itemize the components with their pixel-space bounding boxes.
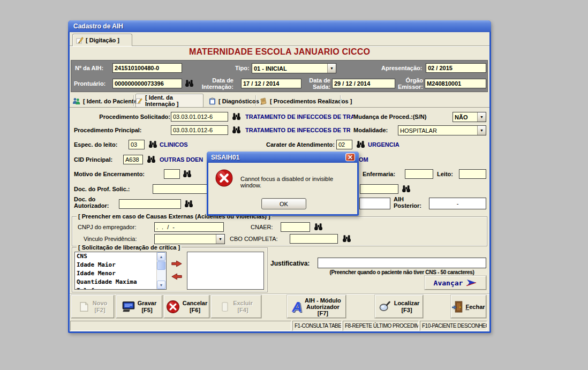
cancelar-button[interactable]: Cancelar[F6]: [164, 295, 209, 318]
tab-strip-line: [70, 46, 489, 46]
scroll-up-icon[interactable]: ▲: [157, 252, 165, 261]
mudanca-proced-label: Mudança de Proced.:(S/N): [353, 114, 426, 120]
dialog-titlebar[interactable]: SISAIH01 ✕: [207, 152, 359, 163]
aih-number-label: Nº da AIH:: [75, 65, 103, 71]
tipo-combo[interactable]: 01 - INICIAL ▼: [252, 63, 336, 73]
subtab-ident-internacao-label: [ Ident. da Internação ]: [145, 94, 203, 107]
mudanca-proced-combo[interactable]: NÃO ▼: [453, 112, 486, 122]
doc-prof-right-field[interactable]: [360, 184, 398, 194]
close-icon[interactable]: ✕: [345, 153, 355, 161]
tab-digitacao[interactable]: [ Digitação ]: [72, 34, 132, 46]
apresentacao-field[interactable]: 02 / 2015: [426, 63, 486, 73]
window-titlebar[interactable]: Cadastro de AIH: [68, 20, 491, 32]
users-icon: [72, 97, 80, 105]
list-item[interactable]: CNS: [75, 252, 166, 261]
leito-label: Leito:: [437, 171, 453, 177]
facility-name: MATERNIDADE ESCOLA JANUARIO CICCO: [70, 47, 489, 57]
novo-button[interactable]: Novo[F2]: [71, 295, 114, 318]
binoculars-icon[interactable]: [148, 140, 157, 148]
localizar-key: [F3]: [394, 307, 420, 314]
ok-button[interactable]: OK: [261, 198, 306, 209]
gravar-button[interactable]: Gravar[F5]: [116, 295, 162, 318]
binoculars-icon[interactable]: [402, 185, 411, 193]
proc-principal-field[interactable]: 03.03.01.012-6: [171, 125, 228, 135]
list-item[interactable]: Idade Menor: [75, 269, 166, 278]
aih-modulo-button[interactable]: A AIH - Módulo Autorizador [F7]: [287, 295, 346, 318]
subtab-diagnosticos[interactable]: [ Diagnósticos ]: [209, 96, 263, 107]
avancar-button[interactable]: Avançar: [425, 276, 486, 290]
critica-selected-listbox[interactable]: [187, 252, 264, 290]
carater-field[interactable]: 02: [336, 140, 352, 149]
data-saida-field[interactable]: 29 / 12 / 2014: [332, 79, 395, 88]
move-left-icon[interactable]: [170, 273, 183, 280]
binoculars-icon[interactable]: [232, 126, 241, 134]
scroll-down-icon[interactable]: ▼: [157, 281, 165, 289]
binoculars-icon[interactable]: [185, 79, 194, 87]
aih-posterior-label: AIH Posterior:: [394, 196, 429, 209]
book-icon: [260, 97, 267, 105]
chevron-down-icon[interactable]: ▼: [477, 112, 486, 122]
data-internacao-field[interactable]: 17 / 12 / 2014: [241, 79, 301, 88]
critica-source-listbox[interactable]: CNS Idade Maior Idade Menor Quantidade M…: [74, 252, 167, 290]
subtab-ident-paciente[interactable]: [ Ident. do Paciente ]: [72, 96, 141, 107]
binoculars-icon[interactable]: [342, 235, 351, 243]
excluir-button[interactable]: Excluir[F4]: [211, 295, 261, 318]
subtab-baseline: [70, 107, 489, 108]
cnaer-field[interactable]: [281, 222, 310, 232]
status-panel-f10: F10-PACIENTE DESCONHECIDO: [420, 321, 487, 331]
cbo-field[interactable]: [290, 234, 338, 244]
carater-label: Carater de Atendimento:: [248, 141, 335, 148]
scrollbar[interactable]: ▲ ▼: [156, 252, 166, 289]
motivo-encerramento-field[interactable]: [164, 169, 180, 179]
move-right-icon[interactable]: [170, 260, 183, 267]
binoculars-icon[interactable]: [183, 170, 192, 178]
fechar-button[interactable]: Fechar: [451, 295, 486, 318]
list-item[interactable]: Quantidade Maxima: [75, 278, 166, 286]
subtab-procedimentos[interactable]: [ Procedimentos Realizados ]: [260, 96, 352, 107]
subtab-ident-internacao[interactable]: [ Ident. da Internação ]: [135, 94, 203, 108]
exit-door-icon: [452, 300, 463, 313]
doc-prof-label: Doc. do Prof. Solic.:: [74, 186, 130, 192]
chevron-down-icon[interactable]: ▼: [477, 126, 486, 135]
cnpj-label: CNPJ do empregador:: [78, 224, 136, 230]
aih-modulo-label2: Autorizador: [305, 304, 341, 310]
liberacao-critica-title: [ Solicitação de liberação de crítica ]: [77, 244, 182, 251]
doc-autorizador-field[interactable]: [119, 199, 181, 209]
chevron-down-icon[interactable]: ▼: [216, 235, 224, 244]
binoculars-icon[interactable]: [314, 223, 323, 231]
prontuario-label: Prontuário:: [74, 80, 105, 87]
espec-leito-field[interactable]: 03: [129, 140, 145, 149]
aih-modulo-label1: AIH - Módulo: [305, 297, 341, 304]
modalidade-combo[interactable]: HOSPITALAR ▼: [398, 125, 486, 135]
cid-field[interactable]: A638: [123, 155, 143, 164]
justificativa-field[interactable]: [318, 258, 486, 268]
cid-desc-left: OUTRAS DOEN: [160, 156, 208, 163]
orgao-emissor-field[interactable]: M240810001: [425, 79, 486, 88]
list-item[interactable]: Idade Maior: [75, 261, 166, 269]
aih-anterior-field[interactable]: [359, 198, 390, 209]
window-title: Cadastro de AIH: [73, 22, 123, 30]
subtab-ident-paciente-label: [ Ident. do Paciente ]: [83, 98, 141, 104]
binoculars-icon[interactable]: [232, 112, 241, 120]
gravar-key: [F5]: [138, 307, 156, 314]
aih-number-field[interactable]: 241510100480-0: [112, 63, 182, 73]
binoculars-icon[interactable]: [147, 155, 156, 163]
cnpj-field[interactable]: . . / -: [154, 222, 224, 232]
vinculo-combo[interactable]: ▼: [154, 234, 225, 244]
chevron-down-icon[interactable]: ▼: [327, 64, 336, 73]
leito-field[interactable]: [459, 169, 486, 179]
letter-a-icon: A: [292, 300, 302, 314]
list-item[interactable]: Telefone: [75, 286, 166, 290]
scrollbar-thumb[interactable]: [157, 261, 165, 270]
enfermaria-field[interactable]: [405, 169, 433, 179]
localizar-button[interactable]: Localizar[F3]: [375, 295, 423, 318]
aih-posterior-field[interactable]: -: [429, 198, 486, 209]
justificativa-label: Justificativa:: [270, 260, 310, 267]
binoculars-icon[interactable]: [356, 140, 365, 148]
proc-solicitado-field[interactable]: 03.03.01.012-6: [171, 112, 228, 122]
espec-leito-label: Espec. do leito:: [74, 141, 117, 148]
prontuario-field[interactable]: 000000000073396: [112, 79, 182, 88]
error-icon: [215, 169, 233, 187]
modalidade-label: Modalidade:: [353, 127, 388, 133]
binoculars-icon[interactable]: [184, 200, 193, 208]
